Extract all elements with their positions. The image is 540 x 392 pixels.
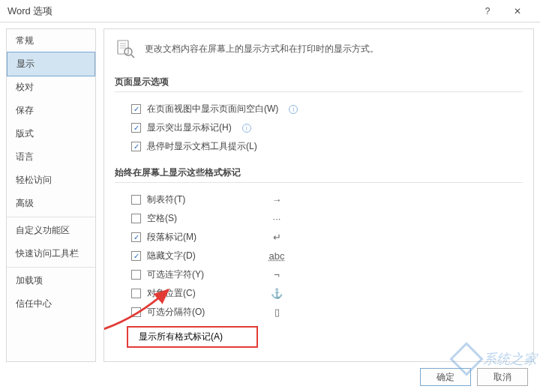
sidebar-item-customize-ribbon[interactable]: 自定义功能区 — [7, 219, 95, 242]
sidebar-separator — [7, 267, 95, 268]
content-headline: 更改文档内容在屏幕上的显示方式和在打印时的显示方式。 — [145, 43, 379, 55]
checkbox-icon[interactable] — [131, 307, 141, 317]
option-label: 悬停时显示文档工具提示(L) — [147, 140, 257, 153]
glyph-icon: → — [266, 194, 288, 205]
checkbox-icon[interactable] — [131, 142, 141, 151]
glyph-icon: ↵ — [266, 232, 288, 243]
checkbox-icon[interactable] — [131, 123, 141, 133]
option-label: 显示突出显示标记(H) — [147, 121, 232, 134]
checkbox-icon[interactable] — [131, 289, 141, 298]
sidebar-item-display[interactable]: 显示 — [7, 52, 95, 76]
checkbox-icon[interactable] — [131, 232, 141, 242]
checkbox-icon[interactable] — [131, 214, 141, 223]
option-label: 空格(S) — [147, 212, 222, 225]
opt-optional-hyphen[interactable]: 可选连字符(Y) ¬ — [115, 265, 523, 284]
opt-show-tooltips[interactable]: 悬停时显示文档工具提示(L) — [115, 137, 523, 156]
option-label: 隐藏文字(D) — [147, 250, 222, 262]
sidebar-item-qat[interactable]: 快速访问工具栏 — [7, 242, 95, 265]
ok-button[interactable]: 确定 — [420, 368, 471, 386]
option-label: 可选分隔符(O) — [147, 306, 222, 319]
sidebar-item-layout[interactable]: 版式 — [7, 122, 95, 145]
info-icon[interactable]: i — [242, 124, 251, 133]
option-label: 制表符(T) — [147, 193, 222, 206]
sidebar-item-addins[interactable]: 加载项 — [7, 269, 95, 292]
sidebar-item-general[interactable]: 常规 — [7, 29, 95, 52]
glyph-icon: ⚓ — [266, 288, 288, 299]
option-label: 可选连字符(Y) — [147, 268, 222, 281]
page-magnifier-icon — [115, 38, 136, 59]
main-area: 常规 显示 校对 保存 版式 语言 轻松访问 高级 自定义功能区 快速访问工具栏… — [0, 22, 540, 362]
category-sidebar: 常规 显示 校对 保存 版式 语言 轻松访问 高级 自定义功能区 快速访问工具栏… — [6, 28, 96, 362]
svg-line-5 — [131, 55, 134, 58]
help-button[interactable]: ? — [472, 1, 502, 22]
close-button[interactable]: ✕ — [502, 1, 532, 22]
opt-show-highlight[interactable]: 显示突出显示标记(H) i — [115, 118, 523, 137]
opt-hidden-text[interactable]: 隐藏文字(D) abc — [115, 247, 523, 265]
glyph-icon: abc — [266, 250, 288, 262]
checkbox-icon[interactable] — [131, 270, 141, 280]
glyph-icon: ··· — [266, 213, 288, 224]
opt-spaces[interactable]: 空格(S) ··· — [115, 209, 523, 228]
section-format-marks-title: 始终在屏幕上显示这些格式标记 — [115, 163, 523, 183]
option-label: 段落标记(M) — [147, 231, 222, 244]
cancel-button[interactable]: 取消 — [477, 368, 528, 386]
titlebar: Word 选项 ? ✕ — [0, 0, 540, 22]
content-pane: 更改文档内容在屏幕上的显示方式和在打印时的显示方式。 页面显示选项 在页面视图中… — [104, 28, 534, 362]
glyph-icon: ¬ — [266, 269, 288, 280]
option-label: 对象位置(C) — [147, 287, 222, 300]
sidebar-item-ease[interactable]: 轻松访问 — [7, 169, 95, 192]
checkbox-icon[interactable] — [131, 251, 141, 261]
section-print-title: 打印选项 — [115, 358, 523, 362]
opt-show-whitespace[interactable]: 在页面视图中显示页面间空白(W) i — [115, 100, 523, 118]
checkbox-icon[interactable] — [131, 104, 141, 114]
sidebar-item-save[interactable]: 保存 — [7, 99, 95, 122]
option-label: 在页面视图中显示页面间空白(W) — [147, 103, 278, 115]
opt-show-all-marks-highlighted[interactable]: 显示所有格式标记(A) — [127, 326, 258, 348]
opt-object-anchor[interactable]: 对象位置(C) ⚓ — [115, 284, 523, 303]
sidebar-separator — [7, 217, 95, 217]
option-label: 显示所有格式标记(A) — [139, 331, 223, 343]
content-header: 更改文档内容在屏幕上的显示方式和在打印时的显示方式。 — [115, 38, 523, 59]
opt-tabs[interactable]: 制表符(T) → — [115, 190, 523, 209]
checkbox-icon[interactable] — [131, 195, 141, 205]
svg-rect-0 — [118, 40, 128, 54]
sidebar-item-trust[interactable]: 信任中心 — [7, 292, 95, 316]
sidebar-item-proofing[interactable]: 校对 — [7, 76, 95, 99]
info-icon[interactable]: i — [289, 105, 298, 114]
section-page-display-title: 页面显示选项 — [115, 73, 523, 92]
opt-optional-break[interactable]: 可选分隔符(O) ▯ — [115, 303, 523, 322]
window-title: Word 选项 — [8, 4, 472, 18]
dialog-footer: 确定 取消 — [0, 362, 540, 392]
glyph-icon: ▯ — [266, 307, 288, 318]
sidebar-item-language[interactable]: 语言 — [7, 145, 95, 169]
sidebar-item-advanced[interactable]: 高级 — [7, 192, 95, 215]
opt-paragraph[interactable]: 段落标记(M) ↵ — [115, 228, 523, 247]
